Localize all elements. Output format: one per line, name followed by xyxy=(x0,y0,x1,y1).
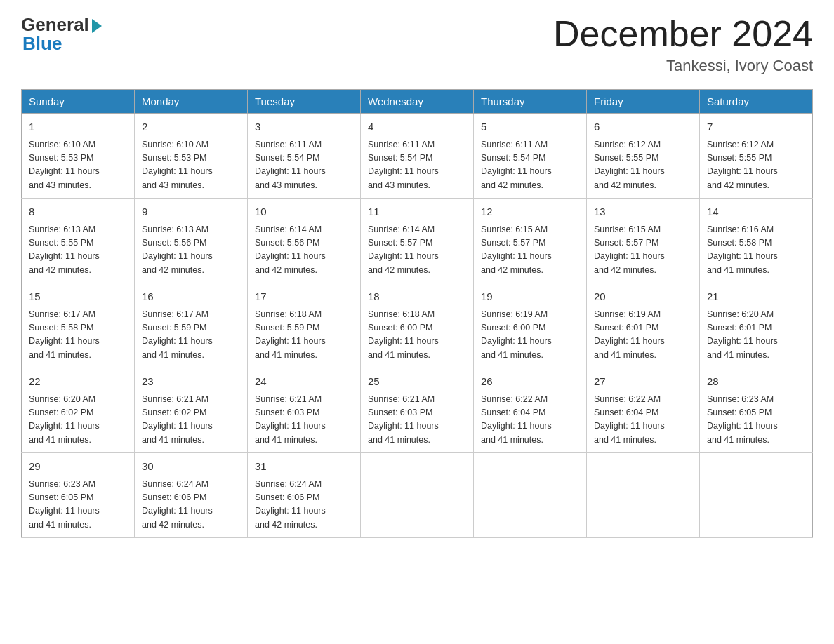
day-info: Sunrise: 6:21 AMSunset: 6:03 PMDaylight:… xyxy=(368,393,466,448)
day-cell: 29Sunrise: 6:23 AMSunset: 6:05 PMDayligh… xyxy=(22,453,135,538)
week-row-1: 1Sunrise: 6:10 AMSunset: 5:53 PMDaylight… xyxy=(22,114,813,199)
logo-blue-text: Blue xyxy=(21,33,62,55)
header-row: SundayMondayTuesdayWednesdayThursdayFrid… xyxy=(22,90,813,114)
header-cell-saturday: Saturday xyxy=(700,90,813,114)
day-cell: 3Sunrise: 6:11 AMSunset: 5:54 PMDaylight… xyxy=(248,114,361,199)
day-info: Sunrise: 6:13 AMSunset: 5:56 PMDaylight:… xyxy=(142,223,240,278)
day-cell: 13Sunrise: 6:15 AMSunset: 5:57 PMDayligh… xyxy=(587,199,700,283)
day-number: 9 xyxy=(142,204,240,220)
day-info: Sunrise: 6:14 AMSunset: 5:56 PMDaylight:… xyxy=(255,223,353,278)
day-number: 29 xyxy=(29,459,127,475)
day-cell: 20Sunrise: 6:19 AMSunset: 6:01 PMDayligh… xyxy=(587,283,700,368)
day-cell xyxy=(474,453,587,538)
day-cell: 15Sunrise: 6:17 AMSunset: 5:58 PMDayligh… xyxy=(22,283,135,368)
day-cell: 30Sunrise: 6:24 AMSunset: 6:06 PMDayligh… xyxy=(135,453,248,538)
day-info: Sunrise: 6:10 AMSunset: 5:53 PMDaylight:… xyxy=(29,138,127,193)
day-info: Sunrise: 6:20 AMSunset: 6:01 PMDaylight:… xyxy=(707,308,805,363)
header-cell-wednesday: Wednesday xyxy=(361,90,474,114)
day-number: 31 xyxy=(255,459,353,475)
day-info: Sunrise: 6:22 AMSunset: 6:04 PMDaylight:… xyxy=(481,393,579,448)
week-row-4: 22Sunrise: 6:20 AMSunset: 6:02 PMDayligh… xyxy=(22,368,813,453)
day-cell: 23Sunrise: 6:21 AMSunset: 6:02 PMDayligh… xyxy=(135,368,248,453)
header-cell-monday: Monday xyxy=(135,90,248,114)
day-cell: 8Sunrise: 6:13 AMSunset: 5:55 PMDaylight… xyxy=(22,199,135,283)
day-cell: 10Sunrise: 6:14 AMSunset: 5:56 PMDayligh… xyxy=(248,199,361,283)
day-info: Sunrise: 6:12 AMSunset: 5:55 PMDaylight:… xyxy=(594,138,692,193)
title-section: December 2024 Tankessi, Ivory Coast xyxy=(553,14,813,75)
day-number: 26 xyxy=(481,374,579,390)
day-cell: 16Sunrise: 6:17 AMSunset: 5:59 PMDayligh… xyxy=(135,283,248,368)
day-info: Sunrise: 6:23 AMSunset: 6:05 PMDaylight:… xyxy=(29,478,127,532)
day-info: Sunrise: 6:21 AMSunset: 6:03 PMDaylight:… xyxy=(255,393,353,448)
day-cell: 12Sunrise: 6:15 AMSunset: 5:57 PMDayligh… xyxy=(474,199,587,283)
day-cell: 11Sunrise: 6:14 AMSunset: 5:57 PMDayligh… xyxy=(361,199,474,283)
day-cell: 4Sunrise: 6:11 AMSunset: 5:54 PMDaylight… xyxy=(361,114,474,199)
day-number: 23 xyxy=(142,374,240,390)
week-row-2: 8Sunrise: 6:13 AMSunset: 5:55 PMDaylight… xyxy=(22,199,813,283)
day-cell: 22Sunrise: 6:20 AMSunset: 6:02 PMDayligh… xyxy=(22,368,135,453)
day-number: 10 xyxy=(255,204,353,220)
day-cell: 24Sunrise: 6:21 AMSunset: 6:03 PMDayligh… xyxy=(248,368,361,453)
day-info: Sunrise: 6:24 AMSunset: 6:06 PMDaylight:… xyxy=(255,478,353,532)
day-cell: 14Sunrise: 6:16 AMSunset: 5:58 PMDayligh… xyxy=(700,199,813,283)
day-number: 20 xyxy=(594,289,692,305)
day-info: Sunrise: 6:14 AMSunset: 5:57 PMDaylight:… xyxy=(368,223,466,278)
header-cell-thursday: Thursday xyxy=(474,90,587,114)
day-info: Sunrise: 6:11 AMSunset: 5:54 PMDaylight:… xyxy=(255,138,353,193)
day-number: 18 xyxy=(368,289,466,305)
day-cell: 19Sunrise: 6:19 AMSunset: 6:00 PMDayligh… xyxy=(474,283,587,368)
day-number: 15 xyxy=(29,289,127,305)
day-number: 21 xyxy=(707,289,805,305)
day-number: 1 xyxy=(29,119,127,135)
header-cell-tuesday: Tuesday xyxy=(248,90,361,114)
day-number: 16 xyxy=(142,289,240,305)
day-number: 8 xyxy=(29,204,127,220)
day-number: 11 xyxy=(368,204,466,220)
day-info: Sunrise: 6:24 AMSunset: 6:06 PMDaylight:… xyxy=(142,478,240,532)
day-cell: 31Sunrise: 6:24 AMSunset: 6:06 PMDayligh… xyxy=(248,453,361,538)
week-row-5: 29Sunrise: 6:23 AMSunset: 6:05 PMDayligh… xyxy=(22,453,813,538)
day-info: Sunrise: 6:17 AMSunset: 5:58 PMDaylight:… xyxy=(29,308,127,363)
day-info: Sunrise: 6:17 AMSunset: 5:59 PMDaylight:… xyxy=(142,308,240,363)
day-number: 5 xyxy=(481,119,579,135)
day-info: Sunrise: 6:11 AMSunset: 5:54 PMDaylight:… xyxy=(368,138,466,193)
calendar-table: SundayMondayTuesdayWednesdayThursdayFrid… xyxy=(21,89,813,538)
day-info: Sunrise: 6:15 AMSunset: 5:57 PMDaylight:… xyxy=(481,223,579,278)
day-number: 17 xyxy=(255,289,353,305)
day-cell: 25Sunrise: 6:21 AMSunset: 6:03 PMDayligh… xyxy=(361,368,474,453)
day-info: Sunrise: 6:16 AMSunset: 5:58 PMDaylight:… xyxy=(707,223,805,278)
day-info: Sunrise: 6:20 AMSunset: 6:02 PMDaylight:… xyxy=(29,393,127,448)
day-number: 12 xyxy=(481,204,579,220)
day-number: 24 xyxy=(255,374,353,390)
day-cell: 5Sunrise: 6:11 AMSunset: 5:54 PMDaylight… xyxy=(474,114,587,199)
day-cell: 18Sunrise: 6:18 AMSunset: 6:00 PMDayligh… xyxy=(361,283,474,368)
day-number: 14 xyxy=(707,204,805,220)
day-cell: 2Sunrise: 6:10 AMSunset: 5:53 PMDaylight… xyxy=(135,114,248,199)
calendar-body: 1Sunrise: 6:10 AMSunset: 5:53 PMDaylight… xyxy=(22,114,813,538)
day-cell xyxy=(361,453,474,538)
day-cell: 21Sunrise: 6:20 AMSunset: 6:01 PMDayligh… xyxy=(700,283,813,368)
day-cell: 26Sunrise: 6:22 AMSunset: 6:04 PMDayligh… xyxy=(474,368,587,453)
day-info: Sunrise: 6:10 AMSunset: 5:53 PMDaylight:… xyxy=(142,138,240,193)
day-cell: 1Sunrise: 6:10 AMSunset: 5:53 PMDaylight… xyxy=(22,114,135,199)
day-number: 7 xyxy=(707,119,805,135)
day-info: Sunrise: 6:19 AMSunset: 6:00 PMDaylight:… xyxy=(481,308,579,363)
day-cell: 9Sunrise: 6:13 AMSunset: 5:56 PMDaylight… xyxy=(135,199,248,283)
day-number: 13 xyxy=(594,204,692,220)
month-title: December 2024 xyxy=(553,14,813,54)
day-info: Sunrise: 6:19 AMSunset: 6:01 PMDaylight:… xyxy=(594,308,692,363)
day-cell: 17Sunrise: 6:18 AMSunset: 5:59 PMDayligh… xyxy=(248,283,361,368)
day-info: Sunrise: 6:18 AMSunset: 6:00 PMDaylight:… xyxy=(368,308,466,363)
day-number: 25 xyxy=(368,374,466,390)
day-cell: 27Sunrise: 6:22 AMSunset: 6:04 PMDayligh… xyxy=(587,368,700,453)
day-number: 2 xyxy=(142,119,240,135)
day-info: Sunrise: 6:11 AMSunset: 5:54 PMDaylight:… xyxy=(481,138,579,193)
header-cell-friday: Friday xyxy=(587,90,700,114)
day-info: Sunrise: 6:22 AMSunset: 6:04 PMDaylight:… xyxy=(594,393,692,448)
day-cell xyxy=(587,453,700,538)
day-info: Sunrise: 6:21 AMSunset: 6:02 PMDaylight:… xyxy=(142,393,240,448)
location-title: Tankessi, Ivory Coast xyxy=(553,57,813,75)
day-info: Sunrise: 6:15 AMSunset: 5:57 PMDaylight:… xyxy=(594,223,692,278)
day-info: Sunrise: 6:23 AMSunset: 6:05 PMDaylight:… xyxy=(707,393,805,448)
day-number: 4 xyxy=(368,119,466,135)
